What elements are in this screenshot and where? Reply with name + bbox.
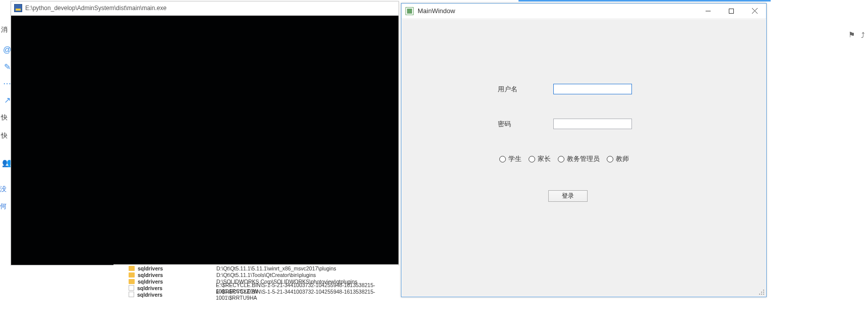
sidebar-label-messages: 消 [1, 25, 8, 34]
file-name: sqldrivers [137, 292, 213, 298]
console-titlebar[interactable]: E:\python_develop\AdminSystem\dist\main\… [11, 2, 398, 15]
radio-icon [607, 156, 613, 162]
radio-icon [499, 156, 506, 162]
top-accent-strip [518, 0, 771, 2]
maximize-button[interactable] [720, 4, 743, 19]
sidebar-link-2[interactable]: 何 [0, 202, 7, 211]
file-row[interactable]: sqldrivers D:\Qt\Qt5.11.1\Tools\QtCreato… [113, 271, 398, 278]
password-row: 密码 [498, 119, 632, 129]
folder-icon [129, 266, 135, 271]
close-icon [752, 8, 758, 14]
radio-label: 教师 [616, 154, 629, 163]
minimize-icon [706, 9, 711, 14]
radio-label: 学生 [508, 154, 522, 163]
file-path: D:\Qt\Qt5.11.1\5.11.1\winrt_x86_msvc2017… [216, 265, 398, 271]
radio-admin[interactable]: 教务管理员 [558, 154, 600, 163]
file-path: D:\Qt\Qt5.11.1\Tools\QtCreator\bin\plugi… [216, 272, 398, 278]
svg-rect-1 [729, 9, 734, 13]
window-buttons [697, 4, 766, 19]
console-app-icon [14, 4, 22, 12]
radio-icon [558, 156, 564, 162]
folder-icon [129, 279, 135, 284]
login-button[interactable]: 登录 [548, 190, 588, 202]
password-input[interactable] [553, 119, 632, 129]
file-icon [129, 292, 134, 297]
share-action-icon[interactable]: ⤴ [861, 31, 865, 39]
resize-grip[interactable] [758, 288, 765, 295]
file-name: sqldrivers [138, 272, 213, 278]
qt-window-title: MainWindow [418, 7, 455, 15]
file-path: E:\$RECYCLE.BIN\S-1-5-21-3441003732-1042… [216, 289, 398, 301]
qt-main-window: MainWindow 用户名 密码 学生 [401, 3, 767, 297]
close-button[interactable] [743, 4, 766, 19]
radio-student[interactable]: 学生 [499, 154, 522, 163]
flag-icon[interactable]: ⚑ [848, 30, 855, 39]
file-icon [129, 285, 134, 291]
username-row: 用户名 [498, 84, 632, 94]
password-label: 密码 [498, 120, 528, 129]
folder-icon [129, 272, 135, 278]
radio-teacher[interactable]: 教师 [607, 154, 629, 163]
file-row[interactable]: sqldrivers E:\$RECYCLE.BIN\S-1-5-21-3441… [113, 291, 398, 298]
radio-icon [529, 156, 535, 162]
file-row[interactable]: sqldrivers D:\Qt\Qt5.11.1\5.11.1\winrt_x… [113, 265, 398, 271]
radio-label: 教务管理员 [567, 154, 600, 163]
username-input[interactable] [553, 84, 632, 94]
sidebar-label-quick1: 快 [1, 113, 8, 122]
radio-label: 家长 [538, 154, 551, 163]
radio-parent[interactable]: 家长 [529, 154, 551, 163]
console-output-area[interactable] [11, 16, 398, 265]
sidebar-label-quick2: 快 [1, 131, 8, 140]
role-radio-group: 学生 家长 教务管理员 教师 [499, 154, 629, 163]
console-window: E:\python_develop\AdminSystem\dist\main\… [11, 1, 399, 265]
qt-app-icon [406, 7, 414, 15]
file-name: sqldrivers [138, 265, 213, 271]
qt-content-area: 用户名 密码 学生 家长 教务管理员 教师 登录 [402, 19, 766, 296]
username-label: 用户名 [498, 85, 528, 94]
sidebar-link-1[interactable]: 没 [0, 185, 7, 194]
file-name: sqldrivers [138, 279, 213, 285]
qt-titlebar[interactable]: MainWindow [401, 4, 766, 19]
file-name: sqldrivers [137, 285, 213, 291]
file-list: sqldrivers D:\Qt\Qt5.11.1\5.11.1\winrt_x… [113, 264, 398, 298]
minimize-button[interactable] [697, 4, 720, 19]
maximize-icon [729, 9, 734, 14]
right-toolbar: ⚑ ⤴ [848, 30, 865, 39]
console-title: E:\python_develop\AdminSystem\dist\main\… [25, 5, 166, 12]
